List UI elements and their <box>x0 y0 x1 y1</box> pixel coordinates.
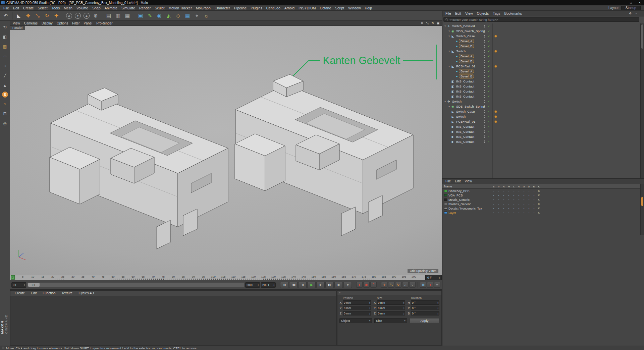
coord-input-rotation-p[interactable]: 0 °▴▾ <box>411 306 439 310</box>
layer-row-plastics-generic[interactable]: Plastics_Generic•••••••••K <box>442 202 644 206</box>
expander-icon[interactable]: ▾ <box>447 65 451 68</box>
layer-cell-a[interactable]: • <box>518 194 520 197</box>
subdivision-surface-icon[interactable]: ◉ <box>155 11 164 20</box>
vp-menu-panel[interactable]: Panel <box>82 21 95 25</box>
object-row-switch-beveled[interactable]: ▾✛Switch_Beveled✓ <box>442 23 640 28</box>
enable-snap-icon[interactable]: S <box>2 92 8 98</box>
om-menu-view[interactable]: View <box>463 11 475 15</box>
layer-cell-l[interactable]: • <box>513 189 515 193</box>
search-field[interactable]: <<Enter your search string here>> <box>443 17 639 22</box>
enabled-check-icon[interactable]: ✓ <box>488 50 490 53</box>
object-row-switch-case[interactable]: ▾◣Switch_Case✓ <box>442 34 640 39</box>
visibility-dots-icon[interactable] <box>484 35 485 38</box>
zoom-view-icon[interactable]: ⤡ <box>425 21 430 25</box>
end-frame-spinner[interactable]: ▴▾ <box>273 284 274 286</box>
record-scale-icon[interactable]: ⤡ <box>388 282 394 288</box>
lock-workplane-icon[interactable]: ⊞ <box>1 110 9 117</box>
object-row-switch[interactable]: ▾✛Switch✓ <box>442 99 640 104</box>
object-row-bevel-b[interactable]: ●Bevel_B✓ <box>442 44 640 49</box>
object-label[interactable]: Bevel_B <box>459 74 474 78</box>
visibility-dots-icon[interactable] <box>484 65 485 68</box>
make-editable-icon[interactable]: ⟲ <box>1 23 9 31</box>
prev-key-button[interactable]: ◀◀ <box>289 282 298 288</box>
layer-cell-v[interactable]: • <box>498 211 500 215</box>
layer-cell-g[interactable]: • <box>523 211 525 215</box>
object-row-bevel-a[interactable]: ●Bevel_A✓ <box>442 69 640 74</box>
layer-cell-v[interactable]: • <box>498 207 500 210</box>
visibility-dots-icon[interactable] <box>484 115 485 118</box>
point-level-animation-icon[interactable]: ∵ <box>409 282 416 288</box>
om-options-icon[interactable]: ≡ <box>634 11 639 16</box>
tab-texture[interactable]: Texture <box>59 291 76 295</box>
layer-color-chip[interactable] <box>444 212 447 214</box>
field-spinner[interactable]: ▴▾ <box>369 312 370 315</box>
field-spinner[interactable]: ▴▾ <box>438 307 439 309</box>
menu-select[interactable]: Select <box>36 6 50 10</box>
layer-cell-r[interactable]: • <box>503 202 505 206</box>
menu-volume[interactable]: Volume <box>74 6 90 10</box>
object-row-ins-contact[interactable]: ◧INS_Contact✓ <box>442 129 640 134</box>
layer-cell-l[interactable]: • <box>513 207 515 210</box>
om-menu-tags[interactable]: Tags <box>491 11 502 15</box>
layer-cell-a[interactable]: • <box>518 211 520 215</box>
layer-cell-v[interactable]: • <box>498 189 500 193</box>
object-manager-scrollbar[interactable] <box>640 23 644 178</box>
coord-input-rotation-b[interactable]: 0 °▴▾ <box>411 311 439 315</box>
coordinate-system-icon[interactable]: ⊕ <box>91 11 100 20</box>
layer-scrollbar-thumb[interactable] <box>641 197 643 206</box>
object-row-sds-switch-spring[interactable]: ▾◉SDS_Switch_Spring✓ <box>442 28 640 34</box>
object-row-sds-switch-spring[interactable]: ▾◉SDS_Switch_Spring✓ <box>442 104 640 109</box>
viewport-canvas[interactable]: Kanten Gebevelt Parallel Grid Spacing: 2… <box>10 26 442 275</box>
layer-cell-g[interactable]: • <box>523 194 525 197</box>
vp-menu-view[interactable]: View <box>11 21 22 25</box>
layer-cell-v[interactable]: • <box>498 198 500 201</box>
layer-cell-m[interactable]: • <box>508 198 510 201</box>
layer-cell-e[interactable]: • <box>533 198 535 201</box>
menu-render[interactable]: Render <box>137 6 153 10</box>
menu-centileo[interactable]: CentiLeo <box>264 6 282 10</box>
object-row-switch[interactable]: ▾◣Switch✓ <box>442 49 640 54</box>
light-icon[interactable]: ☼ <box>202 11 211 20</box>
maximize-button[interactable]: □ <box>627 0 635 5</box>
model-left[interactable] <box>50 88 228 249</box>
prev-frame-button[interactable]: ◀ <box>298 282 307 288</box>
move-tool-icon[interactable]: ✥ <box>24 11 33 20</box>
phong-tag-icon[interactable] <box>494 115 497 118</box>
visibility-dots-icon[interactable] <box>484 50 485 53</box>
expander-icon[interactable]: ▾ <box>447 50 451 53</box>
object-row-bevel-a[interactable]: ●Bevel_A✓ <box>442 54 640 59</box>
menu-create[interactable]: Create <box>21 6 36 10</box>
render-picture-viewer-icon[interactable]: ▥ <box>114 11 122 20</box>
enabled-check-icon[interactable]: ✓ <box>488 105 490 108</box>
layer-cell-v[interactable]: • <box>498 202 500 206</box>
end-frame-field[interactable]: 200 F ▴▾ <box>261 282 276 288</box>
volume-builder-icon[interactable]: ◭ <box>164 11 173 20</box>
visibility-dots-icon[interactable] <box>484 40 485 43</box>
vp-menu-display[interactable]: Display <box>40 21 55 25</box>
layer-cell-s[interactable]: • <box>493 202 495 206</box>
object-row-ins-contact[interactable]: ◧INS_Contact✓ <box>442 79 640 84</box>
layer-cell-e[interactable]: • <box>533 211 535 215</box>
enabled-check-icon[interactable]: ✓ <box>488 85 490 88</box>
object-label[interactable]: PCB+Rail_01 <box>455 120 477 123</box>
object-label[interactable]: INS_Contact <box>455 79 476 83</box>
timeline-ruler[interactable]: 0510152025303540455055606570758085909510… <box>10 275 425 280</box>
layer-cell-d[interactable]: • <box>528 198 530 201</box>
object-label[interactable]: Bevel_A <box>459 69 474 73</box>
tab-function[interactable]: Function <box>40 291 58 295</box>
layer-cell-a[interactable]: • <box>518 189 520 193</box>
menu-arnold[interactable]: Arnold <box>282 6 297 10</box>
last-tool-used-icon[interactable]: ✚ <box>52 11 61 20</box>
enabled-check-icon[interactable]: ✓ <box>488 80 490 83</box>
layer-name[interactable]: VGA_PCB <box>448 194 463 197</box>
object-row-ins-contact[interactable]: ◧INS_Contact✓ <box>442 139 640 144</box>
live-selection-icon[interactable]: ◣ <box>14 11 23 20</box>
menu-sculpt[interactable]: Sculpt <box>153 6 166 10</box>
layer-cell-l[interactable]: • <box>513 194 515 197</box>
visibility-dots-icon[interactable] <box>484 110 485 113</box>
layer-cell-r[interactable]: • <box>503 189 505 193</box>
object-label[interactable]: PCB+Rail_01 <box>455 64 477 68</box>
field-spinner[interactable]: ▴▾ <box>438 312 439 315</box>
field-spinner[interactable]: ▴▾ <box>404 312 405 315</box>
object-label[interactable]: Bevel_B <box>459 59 474 63</box>
